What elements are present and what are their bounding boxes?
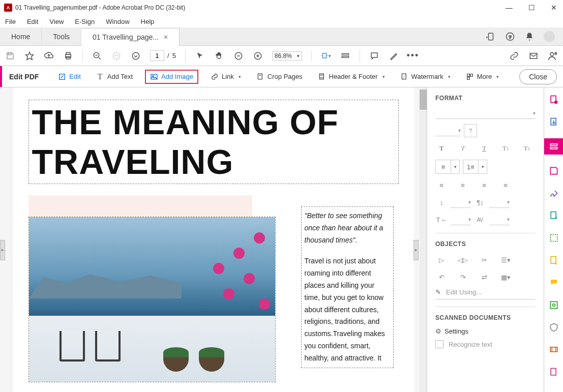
char-spacing-dropdown[interactable]: ▾: [489, 214, 510, 225]
maximize-button[interactable]: ☐: [526, 4, 537, 12]
right-panel-toggle[interactable]: ▸: [413, 240, 419, 260]
menu-help[interactable]: Help: [139, 17, 157, 26]
watermark-tool[interactable]: Watermark: [397, 71, 454, 83]
pointer-icon[interactable]: [195, 51, 205, 61]
prepare-form-icon[interactable]: [548, 232, 560, 244]
scan-ocr-icon[interactable]: [548, 299, 560, 311]
header-footer-tool[interactable]: Header & Footer: [315, 71, 388, 83]
rotate-cw-icon[interactable]: ↷: [457, 271, 469, 283]
settings-row[interactable]: ⚙ Settings: [435, 327, 536, 335]
line-spacing-icon[interactable]: ↕: [435, 196, 448, 208]
close-window-button[interactable]: ✕: [549, 4, 559, 12]
zoom-minus-icon[interactable]: [233, 51, 244, 61]
tab-close-icon[interactable]: ×: [164, 33, 168, 41]
add-image-tool[interactable]: Add Image: [145, 70, 198, 84]
horizontal-scale-dropdown[interactable]: ▾: [451, 214, 471, 225]
page-display-icon[interactable]: [340, 51, 350, 61]
scrollbar-thumb[interactable]: [420, 89, 427, 110]
align-center-icon[interactable]: ≡: [457, 179, 469, 191]
zoom-plus-icon[interactable]: [253, 51, 263, 61]
more-tools-vertical-icon[interactable]: [548, 366, 560, 378]
help-icon[interactable]: ?: [505, 32, 515, 42]
edit-using-row[interactable]: ✎ Edit Using...: [435, 288, 536, 299]
close-editbar-button[interactable]: Close: [519, 69, 557, 84]
recognize-checkbox[interactable]: [435, 340, 443, 348]
zoom-dropdown[interactable]: 86.8%▾: [272, 51, 302, 61]
bullet-list-button[interactable]: ≡▾: [435, 160, 460, 174]
comment-icon[interactable]: [369, 51, 379, 61]
more-tools-icon[interactable]: •••: [408, 51, 418, 61]
create-pdf-icon[interactable]: +: [548, 94, 560, 106]
rotate-ccw-icon[interactable]: ↶: [435, 271, 448, 283]
bold-icon[interactable]: T: [435, 142, 448, 155]
comment-tool-icon[interactable]: [548, 277, 560, 289]
more-tool[interactable]: More: [463, 71, 502, 83]
rich-media-icon[interactable]: [548, 344, 560, 356]
sign-icon[interactable]: [548, 187, 560, 199]
menu-window[interactable]: Window: [104, 17, 131, 26]
share-people-icon[interactable]: [548, 51, 558, 61]
protect-icon[interactable]: [548, 321, 560, 334]
save-cloud-icon[interactable]: [548, 165, 560, 177]
align-left-icon[interactable]: ≡: [435, 179, 448, 191]
vertical-scrollbar[interactable]: [420, 87, 427, 392]
fit-width-icon[interactable]: ▾: [321, 51, 331, 61]
hand-icon[interactable]: [214, 51, 224, 61]
font-size-dropdown[interactable]: ▾: [435, 125, 461, 136]
menu-view[interactable]: View: [47, 17, 66, 26]
crop-object-icon[interactable]: ✂: [478, 254, 490, 266]
align-objects-icon[interactable]: ▦▾: [499, 271, 512, 283]
horizontal-scale-icon[interactable]: T↔: [435, 214, 448, 226]
align-right-icon[interactable]: ≡: [478, 179, 490, 191]
email-icon[interactable]: [528, 51, 539, 61]
recognize-text-row[interactable]: Recognize text: [435, 340, 536, 348]
body-text-box[interactable]: "Better to see something once than hear …: [301, 206, 394, 368]
replace-image-icon[interactable]: ⇄: [478, 271, 490, 283]
tab-document[interactable]: 01 Travelling_page... ×: [81, 28, 180, 46]
menu-edit[interactable]: Edit: [25, 17, 40, 26]
highlight-icon[interactable]: [389, 51, 399, 61]
tab-home[interactable]: Home: [0, 27, 42, 45]
subscript-icon[interactable]: T1: [521, 142, 533, 155]
tab-tools[interactable]: Tools: [42, 27, 81, 45]
numbered-list-button[interactable]: 1≡▾: [463, 160, 487, 174]
underline-icon[interactable]: T: [478, 142, 490, 155]
organize-icon[interactable]: [548, 254, 560, 266]
color-picker[interactable]: ?: [464, 124, 477, 137]
bell-icon[interactable]: [524, 32, 535, 42]
zoom-out-search-icon[interactable]: [92, 51, 102, 61]
save-icon[interactable]: [5, 51, 15, 61]
crop-pages-tool[interactable]: Crop Pages: [253, 71, 306, 83]
account-avatar[interactable]: [544, 31, 555, 42]
share-mobile-icon[interactable]: [486, 32, 496, 42]
link-tool[interactable]: Link: [208, 71, 244, 83]
paragraph-spacing-dropdown[interactable]: ▾: [489, 197, 510, 208]
page-down-icon[interactable]: [131, 51, 141, 61]
cloud-upload-icon[interactable]: [44, 51, 54, 61]
line-spacing-dropdown[interactable]: ▾: [451, 197, 471, 208]
superscript-icon[interactable]: T1: [499, 142, 512, 155]
menu-file[interactable]: File: [3, 17, 18, 26]
flip-vertical-icon[interactable]: ▷: [435, 254, 448, 266]
link-share-icon[interactable]: [509, 51, 519, 61]
page-up-icon[interactable]: [111, 51, 122, 61]
photo-selection[interactable]: [28, 217, 276, 382]
star-icon[interactable]: [24, 51, 35, 61]
align-justify-icon[interactable]: ≡: [499, 179, 512, 191]
arrange-icon[interactable]: ☰▾: [499, 254, 512, 266]
export-pdf-icon[interactable]: [548, 116, 560, 128]
left-panel-toggle[interactable]: ▸: [0, 240, 5, 260]
flip-horizontal-icon[interactable]: ◁▷: [457, 254, 469, 266]
page-current-input[interactable]: [150, 50, 164, 61]
minimize-button[interactable]: —: [504, 4, 514, 12]
document-viewport[interactable]: ▸ THE MEANING OF TRAVELING "Better to se…: [0, 87, 427, 392]
print-icon[interactable]: [63, 51, 73, 61]
edit-pdf-icon[interactable]: [544, 138, 564, 155]
edit-tool[interactable]: Edit: [55, 71, 83, 83]
convert-icon[interactable]: [548, 209, 560, 222]
headline-text-box[interactable]: THE MEANING OF TRAVELING: [28, 100, 399, 184]
font-family-dropdown[interactable]: ▾: [435, 108, 536, 119]
italic-icon[interactable]: T: [457, 142, 469, 155]
menu-esign[interactable]: E-Sign: [73, 17, 97, 26]
paragraph-spacing-icon[interactable]: ¶↕: [474, 196, 486, 208]
